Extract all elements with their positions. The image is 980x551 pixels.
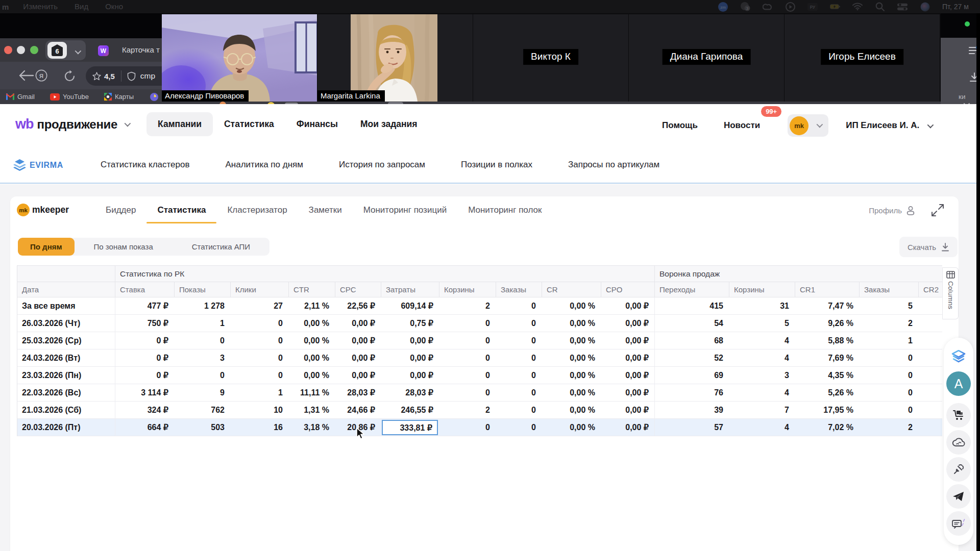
zoom-window-button[interactable] bbox=[30, 46, 38, 54]
tab-counter[interactable]: 6 bbox=[47, 42, 67, 59]
row-value-cell[interactable]: 22,56 ₽ bbox=[335, 297, 381, 315]
url-text[interactable]: cmp bbox=[140, 71, 155, 81]
row-value-cell[interactable]: 609,14 ₽ bbox=[381, 297, 439, 315]
row-date-cell[interactable]: 20.03.2026 (Пт) bbox=[17, 419, 115, 436]
row-date-cell[interactable]: 21.03.2026 (Сб) bbox=[17, 402, 115, 419]
row-value-cell[interactable]: 324 ₽ bbox=[115, 402, 174, 419]
row-value-cell[interactable]: 1 bbox=[174, 315, 230, 332]
column-header[interactable]: Корзины bbox=[439, 282, 496, 297]
table-row[interactable]: 23.03.2026 (Пн)0 ₽000,00 %0,00 ₽0,00 ₽00… bbox=[17, 367, 942, 384]
wb-nav-item[interactable]: Кампании bbox=[146, 112, 213, 136]
row-value-cell[interactable]: 0 ₽ bbox=[115, 332, 174, 349]
columns-button[interactable]: Columns bbox=[942, 267, 959, 319]
column-header[interactable]: CPO bbox=[601, 282, 654, 297]
row-value-cell[interactable]: 9,26 % bbox=[795, 315, 859, 332]
evirma-extension-icon[interactable] bbox=[946, 344, 971, 369]
row-value-cell[interactable] bbox=[918, 349, 942, 367]
row-value-cell[interactable]: 0,00 ₽ bbox=[601, 384, 654, 402]
row-value-cell[interactable]: 0 bbox=[496, 384, 542, 402]
row-value-cell[interactable]: 4 bbox=[729, 384, 795, 402]
site-rating[interactable]: 4,5 bbox=[104, 72, 115, 81]
mkeeper-tab[interactable]: Биддер bbox=[95, 196, 146, 222]
account-name[interactable]: ИП Елисеев И. А. bbox=[846, 120, 919, 131]
wb-nav-item[interactable]: Финансы bbox=[285, 112, 349, 136]
row-value-cell[interactable]: 69 bbox=[654, 367, 729, 384]
row-value-cell[interactable]: 762 bbox=[174, 402, 230, 419]
row-value-cell[interactable]: 5 bbox=[729, 315, 795, 332]
bookmark-globe-icon[interactable] bbox=[150, 93, 158, 101]
column-header[interactable]: Показы bbox=[174, 282, 230, 297]
row-value-cell[interactable]: 5,26 % bbox=[795, 384, 859, 402]
row-value-cell[interactable]: 0 ₽ bbox=[115, 367, 174, 384]
bookmark-youtube[interactable]: YouTube bbox=[50, 93, 89, 101]
battery-icon[interactable] bbox=[830, 2, 840, 12]
menu-item[interactable]: Вид bbox=[75, 2, 88, 11]
evirma-nav-item[interactable]: Запросы по артикулам bbox=[568, 160, 659, 170]
row-value-cell[interactable]: 28,03 ₽ bbox=[335, 384, 381, 402]
row-value-cell[interactable]: 664 ₽ bbox=[115, 419, 174, 436]
statistics-mode-tab[interactable]: По дням bbox=[18, 238, 75, 256]
row-value-cell[interactable]: 0,00 % bbox=[542, 367, 601, 384]
yandex-services-icon[interactable]: Я bbox=[35, 69, 48, 83]
table-row[interactable]: За все время477 ₽1 278272,11 %22,56 ₽609… bbox=[17, 297, 942, 315]
row-value-cell[interactable] bbox=[918, 419, 942, 436]
row-value-cell[interactable]: 0,00 ₽ bbox=[601, 332, 654, 349]
row-value-cell[interactable]: 415 bbox=[654, 297, 729, 315]
row-value-cell[interactable]: 0,00 % bbox=[542, 349, 601, 367]
row-value-cell[interactable] bbox=[918, 332, 942, 349]
zoom-tile-name[interactable]: Игорь Елисеев bbox=[785, 14, 940, 102]
row-value-cell[interactable]: 0 bbox=[439, 315, 496, 332]
extension-avatar[interactable]: A bbox=[946, 371, 971, 396]
close-window-button[interactable] bbox=[4, 46, 12, 54]
row-value-cell[interactable]: 0,00 % bbox=[542, 402, 601, 419]
row-value-cell[interactable]: 0,00 % bbox=[288, 349, 335, 367]
row-value-cell[interactable]: 0 ₽ bbox=[115, 349, 174, 367]
row-value-cell[interactable]: 3 114 ₽ bbox=[115, 384, 174, 402]
row-value-cell[interactable]: 0 bbox=[230, 332, 288, 349]
row-value-cell[interactable]: 1 bbox=[230, 384, 288, 402]
row-value-cell[interactable]: 28,03 ₽ bbox=[381, 384, 439, 402]
badge-3-icon[interactable]: 3 bbox=[740, 2, 750, 12]
zoom-tile-name[interactable]: Диана Гарипова bbox=[629, 14, 784, 102]
row-value-cell[interactable]: 16 bbox=[230, 419, 288, 436]
row-value-cell[interactable]: 0 bbox=[439, 349, 496, 367]
mkeeper-tab[interactable]: Мониторинг полок bbox=[457, 196, 552, 222]
row-date-cell[interactable]: 22.03.2026 (Вс) bbox=[17, 384, 115, 402]
row-value-cell[interactable]: 4 bbox=[729, 419, 795, 436]
row-value-cell[interactable] bbox=[918, 402, 942, 419]
table-row[interactable]: 20.03.2026 (Пт)664 ₽503163,18 %20,86 ₽33… bbox=[17, 419, 942, 436]
evirma-nav-item[interactable]: Аналитика по дням bbox=[226, 160, 303, 170]
row-value-cell[interactable]: 0 bbox=[439, 384, 496, 402]
row-value-cell[interactable]: 0 bbox=[859, 367, 918, 384]
evirma-nav-item[interactable]: История по запросам bbox=[339, 160, 425, 170]
row-value-cell[interactable]: 0 bbox=[496, 402, 542, 419]
mkeeper-tab[interactable]: Заметки bbox=[298, 196, 353, 222]
creative-cloud-icon[interactable] bbox=[763, 2, 773, 12]
chat-extension-icon[interactable] bbox=[946, 511, 971, 536]
column-header[interactable]: Корзины bbox=[729, 282, 795, 297]
row-value-cell[interactable]: 4,35 % bbox=[795, 367, 859, 384]
row-value-cell[interactable]: 17,95 % bbox=[795, 402, 859, 419]
row-value-cell[interactable]: 246,55 ₽ bbox=[381, 402, 439, 419]
row-value-cell[interactable]: 0 bbox=[439, 367, 496, 384]
evirma-nav-item[interactable]: Статистика кластеров bbox=[101, 160, 190, 170]
tab-counter-group[interactable]: 6 bbox=[45, 40, 86, 60]
row-value-cell[interactable]: 0,00 % bbox=[288, 367, 335, 384]
row-value-cell[interactable]: 7,69 % bbox=[795, 349, 859, 367]
row-value-cell[interactable]: 0 bbox=[859, 384, 918, 402]
row-value-cell[interactable]: 0 bbox=[174, 367, 230, 384]
wb-nav-item[interactable]: Мои задания bbox=[349, 112, 428, 136]
row-value-cell[interactable]: 0,75 ₽ bbox=[381, 315, 439, 332]
row-value-cell[interactable]: 0 bbox=[230, 367, 288, 384]
app-menu-partial[interactable]: m bbox=[2, 3, 9, 11]
row-value-cell[interactable]: 4 bbox=[729, 349, 795, 367]
wb-brand[interactable]: wb продвижение bbox=[15, 116, 129, 132]
table-row[interactable]: 24.03.2026 (Вт)0 ₽300,00 %0,00 ₽0,00 ₽00… bbox=[17, 349, 942, 367]
column-header[interactable]: CTR bbox=[288, 282, 335, 297]
row-value-cell[interactable]: 0 bbox=[496, 367, 542, 384]
row-value-cell[interactable]: 0,00 % bbox=[288, 315, 335, 332]
row-value-cell[interactable]: 76 bbox=[654, 384, 729, 402]
row-value-cell[interactable]: 5,88 % bbox=[795, 332, 859, 349]
column-header[interactable]: Затраты bbox=[381, 282, 439, 297]
row-value-cell[interactable]: 1 278 bbox=[174, 297, 230, 315]
